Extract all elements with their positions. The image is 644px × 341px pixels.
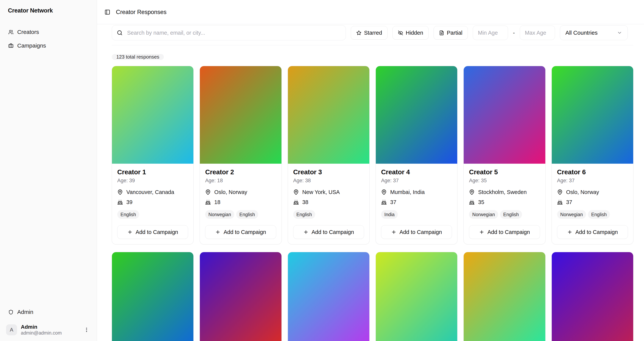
creator-photo bbox=[200, 66, 281, 164]
plus-icon bbox=[479, 230, 484, 235]
creator-card[interactable] bbox=[552, 252, 634, 341]
cake-icon bbox=[469, 199, 475, 205]
plus-icon bbox=[567, 230, 572, 235]
language-tag: Norwegian bbox=[469, 210, 498, 219]
language-tags: English bbox=[117, 210, 188, 219]
cake-icon bbox=[557, 199, 563, 205]
creator-birthday-age: 35 bbox=[478, 199, 484, 206]
creator-birthday-age: 37 bbox=[566, 199, 572, 206]
sidebar-item-campaigns[interactable]: Campaigns bbox=[6, 39, 91, 52]
creator-name: Creator 6 bbox=[557, 168, 628, 176]
add-to-campaign-button[interactable]: Add to Campaign bbox=[469, 225, 540, 239]
creator-birthday-age: 37 bbox=[390, 199, 396, 206]
toolbar-divider bbox=[112, 45, 634, 45]
map-pin-icon bbox=[469, 189, 475, 195]
min-age-input[interactable] bbox=[473, 26, 508, 40]
map-pin-icon bbox=[117, 189, 123, 195]
age-range-separator: - bbox=[513, 30, 515, 36]
max-age-input[interactable] bbox=[520, 26, 555, 40]
creator-age-label: Age: 35 bbox=[469, 178, 540, 184]
filter-button-hidden[interactable]: Hidden bbox=[392, 26, 429, 40]
creator-location: New York, USA bbox=[302, 189, 340, 196]
sidebar-item-creators[interactable]: Creators bbox=[6, 26, 91, 39]
language-tag: English bbox=[500, 210, 522, 219]
country-select-value: All Countries bbox=[566, 30, 598, 36]
cake-icon bbox=[381, 199, 387, 205]
plus-icon bbox=[391, 230, 396, 235]
app-title: Creator Network bbox=[6, 7, 91, 14]
creator-age-label: Age: 38 bbox=[293, 178, 364, 184]
add-to-campaign-button[interactable]: Add to Campaign bbox=[557, 225, 628, 239]
sidebar-item-admin[interactable]: Admin bbox=[6, 306, 91, 319]
language-tag: Norwegian bbox=[205, 210, 234, 219]
creator-name: Creator 1 bbox=[117, 168, 188, 176]
add-to-campaign-button[interactable]: Add to Campaign bbox=[381, 225, 452, 239]
creator-photo bbox=[200, 252, 281, 341]
creator-card[interactable]: Creator 2 Age: 18 Oslo, Norway 18 Norweg… bbox=[200, 66, 282, 244]
creator-photo bbox=[288, 252, 369, 341]
search-box bbox=[112, 25, 346, 40]
creator-card[interactable]: Creator 3 Age: 38 New York, USA 38 Engli… bbox=[288, 66, 370, 244]
user-email: admin@admin.com bbox=[21, 330, 78, 335]
cake-icon bbox=[205, 199, 211, 205]
creator-photo bbox=[288, 66, 369, 164]
creator-name: Creator 4 bbox=[381, 168, 452, 176]
sidebar-toggle-button[interactable] bbox=[104, 9, 110, 15]
user-card: A Admin admin@admin.com bbox=[6, 324, 91, 335]
filter-button-starred[interactable]: Starred bbox=[351, 26, 388, 40]
language-tags: English bbox=[293, 210, 364, 219]
creator-card[interactable]: Creator 4 Age: 37 Mumbai, India 37 India… bbox=[376, 66, 458, 244]
language-tag: English bbox=[236, 210, 258, 219]
users-icon bbox=[8, 30, 14, 35]
add-to-campaign-button[interactable]: Add to Campaign bbox=[117, 225, 188, 239]
creator-card[interactable]: Creator 6 Age: 37 Oslo, Norway 37 Norweg… bbox=[552, 66, 634, 244]
language-tags: NorwegianEnglish bbox=[205, 210, 276, 219]
filter-button-partial[interactable]: Partial bbox=[434, 26, 468, 40]
creator-card[interactable] bbox=[112, 252, 194, 341]
chevron-down-icon bbox=[617, 30, 622, 36]
language-tags: India bbox=[381, 210, 452, 219]
creator-grid: Creator 1 Age: 39 Vancouver, Canada 39 E… bbox=[112, 66, 634, 341]
map-pin-icon bbox=[557, 189, 563, 195]
plus-icon bbox=[127, 230, 132, 235]
creator-photo bbox=[464, 252, 545, 341]
language-tag: English bbox=[588, 210, 610, 219]
creator-card[interactable] bbox=[200, 252, 282, 341]
creator-card[interactable]: Creator 5 Age: 35 Stockholm, Sweden 35 N… bbox=[464, 66, 545, 244]
creator-card[interactable] bbox=[288, 252, 370, 341]
add-to-campaign-button[interactable]: Add to Campaign bbox=[293, 225, 364, 239]
creator-age-label: Age: 37 bbox=[557, 178, 628, 184]
user-menu-button[interactable] bbox=[82, 326, 91, 334]
shield-icon bbox=[8, 310, 14, 315]
panel-left-icon bbox=[104, 9, 110, 15]
creator-photo bbox=[464, 66, 545, 164]
file-text-icon bbox=[439, 30, 444, 36]
creator-age-label: Age: 39 bbox=[117, 178, 188, 184]
add-to-campaign-button[interactable]: Add to Campaign bbox=[205, 225, 276, 239]
creator-age-label: Age: 18 bbox=[205, 178, 276, 184]
creator-location: Oslo, Norway bbox=[214, 189, 247, 196]
filter-toolbar: Starred Hidden Partial - All Countries bbox=[112, 25, 634, 40]
map-pin-icon bbox=[205, 189, 211, 195]
creator-card[interactable]: Creator 1 Age: 39 Vancouver, Canada 39 E… bbox=[112, 66, 194, 244]
cake-icon bbox=[117, 199, 123, 205]
creator-card[interactable] bbox=[376, 252, 458, 341]
avatar: A bbox=[6, 324, 17, 335]
language-tag: English bbox=[117, 210, 139, 219]
creator-photo bbox=[112, 252, 194, 341]
creator-photo bbox=[112, 66, 194, 164]
language-tags: NorwegianEnglish bbox=[469, 210, 540, 219]
creator-name: Creator 3 bbox=[293, 168, 364, 176]
creator-location: Oslo, Norway bbox=[566, 189, 599, 196]
user-name: Admin bbox=[21, 324, 78, 330]
search-input[interactable] bbox=[127, 30, 341, 36]
creator-photo bbox=[552, 252, 633, 341]
total-responses-badge: 123 total responses bbox=[112, 54, 164, 60]
language-tags: NorwegianEnglish bbox=[557, 210, 628, 219]
creator-photo bbox=[552, 66, 633, 164]
creator-birthday-age: 38 bbox=[302, 199, 308, 206]
creator-photo bbox=[376, 252, 457, 341]
creator-card[interactable] bbox=[464, 252, 545, 341]
page-header: Creator Responses bbox=[97, 0, 644, 24]
country-select[interactable]: All Countries bbox=[560, 26, 628, 40]
